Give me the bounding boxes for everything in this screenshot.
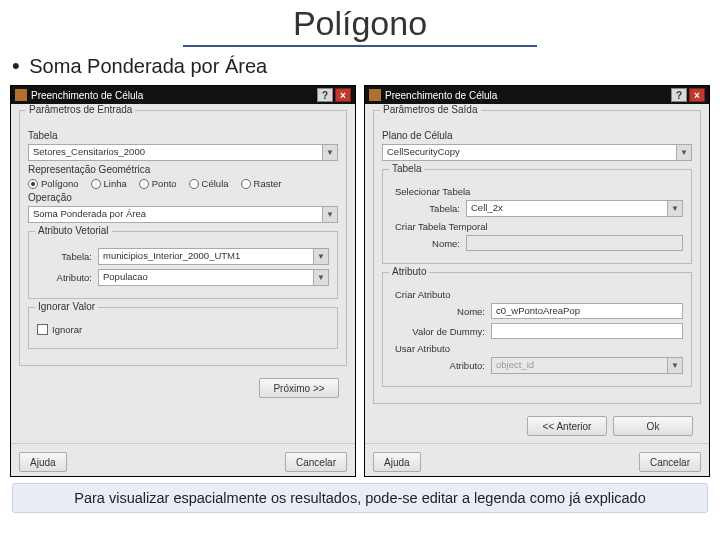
label-atributo: Atributo:	[37, 272, 92, 283]
radio-celula[interactable]: Célula	[189, 178, 229, 189]
radio-dot-icon	[91, 179, 101, 189]
group-legend: Atributo	[389, 266, 429, 277]
group-atributo-out: Atributo Criar Atributo Nome: c0_wPontoA…	[382, 272, 692, 387]
radio-row-representacao: Polígono Linha Ponto Célula Raster	[28, 178, 338, 189]
radio-ponto[interactable]: Ponto	[139, 178, 177, 189]
group-legend: Atributo Vetorial	[35, 225, 112, 236]
group-atributo-vetorial: Atributo Vetorial Tabela: municipios_Int…	[28, 231, 338, 299]
group-legend: Ignorar Valor	[35, 301, 98, 312]
titlebar: Preenchimento de Célula ? ×	[11, 86, 355, 104]
checkbox-ignorar[interactable]: Ignorar	[37, 324, 329, 335]
group-legend: Parâmetros de Saída	[380, 104, 481, 115]
combo-value: Setores_Censitarios_2000	[29, 145, 322, 160]
group-legend: Tabela	[389, 163, 424, 174]
label-representacao: Representação Geométrica	[28, 164, 338, 175]
ok-button[interactable]: Ok	[613, 416, 693, 436]
group-legend: Parâmetros de Entrada	[26, 104, 135, 115]
combo-value: Soma Ponderada por Área	[29, 207, 322, 222]
chevron-down-icon: ▼	[313, 270, 328, 285]
radio-dot-icon	[189, 179, 199, 189]
label-tabela2: Tabela:	[37, 251, 92, 262]
checkbox-icon	[37, 324, 48, 335]
combo-value: municipios_Interior_2000_UTM1	[99, 249, 313, 264]
next-button[interactable]: Próximo >>	[259, 378, 339, 398]
radio-raster[interactable]: Raster	[241, 178, 282, 189]
combo-value: CellSecurityCopy	[383, 145, 676, 160]
dialog-output: Preenchimento de Célula ? × Parâmetros d…	[364, 85, 710, 477]
page-title: Polígono	[183, 4, 537, 47]
app-icon	[369, 89, 381, 101]
group-ignorar: Ignorar Valor Ignorar	[28, 307, 338, 349]
label-plano: Plano de Célula	[382, 130, 692, 141]
combo-plano[interactable]: CellSecurityCopy ▼	[382, 144, 692, 161]
group-input-params: Parâmetros de Entrada Tabela Setores_Cen…	[19, 110, 347, 366]
chevron-down-icon: ▼	[667, 358, 682, 373]
radio-selecionar-tabela[interactable]: Selecionar Tabela	[391, 186, 683, 197]
page-subtitle: • Soma Ponderada por Área	[12, 53, 720, 79]
bullet-icon: •	[12, 53, 20, 78]
window-title: Preenchimento de Célula	[31, 90, 315, 101]
checkbox-label: Ignorar	[52, 324, 82, 335]
label-atributo: Atributo:	[405, 360, 485, 371]
help-button[interactable]: ?	[671, 88, 687, 102]
chevron-down-icon: ▼	[322, 145, 337, 160]
radio-criar-temporal[interactable]: Criar Tabela Temporal	[391, 221, 683, 232]
radio-usar-atributo[interactable]: Usar Atributo	[391, 343, 683, 354]
dummy-input[interactable]	[491, 323, 683, 339]
radio-criar-atributo[interactable]: Criar Atributo	[391, 289, 683, 300]
combo-tabela-out[interactable]: Cell_2x ▼	[466, 200, 683, 217]
window-title: Preenchimento de Célula	[385, 90, 669, 101]
radio-dot-icon	[139, 179, 149, 189]
combo-operacao[interactable]: Soma Ponderada por Área ▼	[28, 206, 338, 223]
nome-temporal-input	[466, 235, 683, 251]
group-tabela: Tabela Selecionar Tabela Tabela: Cell_2x…	[382, 169, 692, 264]
chevron-down-icon: ▼	[313, 249, 328, 264]
radio-poligono[interactable]: Polígono	[28, 178, 79, 189]
label-tabela: Tabela:	[405, 203, 460, 214]
chevron-down-icon: ▼	[667, 201, 682, 216]
dialog-input: Preenchimento de Célula ? × Parâmetros d…	[10, 85, 356, 477]
radio-dot-icon	[241, 179, 251, 189]
radio-linha[interactable]: Linha	[91, 178, 127, 189]
subtitle-text: Soma Ponderada por Área	[29, 55, 267, 77]
combo-usar-atributo: object_id ▼	[491, 357, 683, 374]
help-button[interactable]: ?	[317, 88, 333, 102]
nome-atributo-input[interactable]: c0_wPontoAreaPop	[491, 303, 683, 319]
close-button[interactable]: ×	[335, 88, 351, 102]
help-button[interactable]: Ajuda	[19, 452, 67, 472]
label-dummy: Valor de Dummy:	[405, 326, 485, 337]
prev-button[interactable]: << Anterior	[527, 416, 607, 436]
combo-value: Cell_2x	[467, 201, 667, 216]
radio-dot-icon	[28, 179, 38, 189]
label-tabela: Tabela	[28, 130, 338, 141]
group-output-params: Parâmetros de Saída Plano de Célula Cell…	[373, 110, 701, 404]
chevron-down-icon: ▼	[676, 145, 691, 160]
combo-tabela[interactable]: Setores_Censitarios_2000 ▼	[28, 144, 338, 161]
cancel-button[interactable]: Cancelar	[285, 452, 347, 472]
footer-note: Para visualizar espacialmente os resulta…	[12, 483, 708, 513]
cancel-button[interactable]: Cancelar	[639, 452, 701, 472]
label-operacao: Operação	[28, 192, 338, 203]
combo-value: Populacao	[99, 270, 313, 285]
titlebar: Preenchimento de Célula ? ×	[365, 86, 709, 104]
combo-atributo[interactable]: Populacao ▼	[98, 269, 329, 286]
help-button[interactable]: Ajuda	[373, 452, 421, 472]
chevron-down-icon: ▼	[322, 207, 337, 222]
combo-tabela2[interactable]: municipios_Interior_2000_UTM1 ▼	[98, 248, 329, 265]
combo-value: object_id	[492, 358, 667, 373]
app-icon	[15, 89, 27, 101]
label-nome: Nome:	[405, 306, 485, 317]
label-nome: Nome:	[405, 238, 460, 249]
close-button[interactable]: ×	[689, 88, 705, 102]
